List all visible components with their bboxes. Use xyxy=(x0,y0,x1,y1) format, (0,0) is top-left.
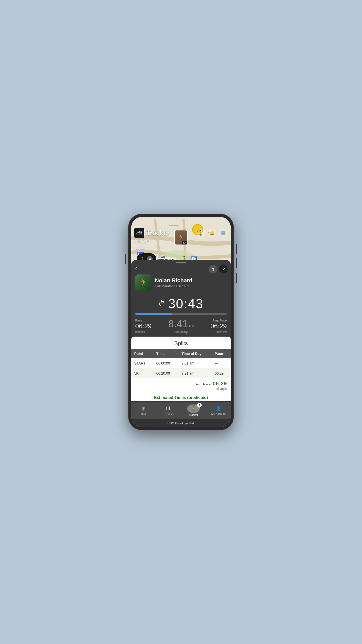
remaining-label: remaining xyxy=(164,330,198,334)
avg-pace-table-label: Avg. Pace xyxy=(196,382,211,386)
prev-arrow[interactable]: ‹ xyxy=(135,265,137,271)
svg-rect-16 xyxy=(168,408,168,410)
row-time-1: 00:20:09 xyxy=(153,368,179,378)
avg-pace-value: 06:29 xyxy=(198,322,227,330)
row-time-0: 00:00:00 xyxy=(153,358,179,368)
row-pace-0: --- xyxy=(212,358,231,368)
table-row: START 00:00:00 7:01 am --- xyxy=(131,358,231,368)
panel-navigation: ‹ › ⬆ ✕ xyxy=(131,265,231,273)
timer-row: ⏱ 30:43 xyxy=(131,294,231,313)
notification-icon[interactable]: 🔔 xyxy=(207,228,217,238)
runner-name: Nolan Richard xyxy=(155,277,192,284)
pace-stat: Pace 06:29 min/mile xyxy=(135,319,164,333)
avg-pace-row: Avg. Pace 06:29 xyxy=(131,378,231,387)
runner-info: 🏃 Nolan Richard Half Marathon Bib 1433 xyxy=(131,273,231,294)
app-header: NYRR RACING Tracker 🏃 KR 🚶 🔔 ⚙️ xyxy=(131,228,231,240)
col-pace: Pace xyxy=(212,349,231,358)
avg-pace-table-unit: min/mile xyxy=(131,387,231,390)
slide-panel: ‹ › ⬆ ✕ 🏃 Nolan Richard Half Marathon Bi… xyxy=(131,260,231,401)
tracker-label: Tracker xyxy=(189,413,198,416)
bottom-nav: ⊞ Info Leaders 🚶 xyxy=(131,401,231,419)
runner-details: Nolan Richard Half Marathon Bib 1433 xyxy=(155,277,192,288)
info-label: Info xyxy=(141,412,146,415)
avg-pace-unit: min/mile xyxy=(198,330,227,333)
col-time-of-day: Time of Day xyxy=(178,349,212,358)
row-tod-1: 7:21 am xyxy=(178,368,212,378)
pace-label: Pace xyxy=(135,319,164,322)
runner-bib: Half Marathon Bib 1433 xyxy=(155,284,192,288)
estimated-times-title: Estimated Times (predicted) xyxy=(131,390,231,401)
nav-info[interactable]: ⊞ Info xyxy=(131,401,156,419)
settings-icon[interactable]: ⚙️ xyxy=(218,228,228,238)
clock-icon: ⏱ xyxy=(159,300,166,308)
avg-pace-label: Avg. Pace xyxy=(198,319,227,322)
person-icon: 🚶 xyxy=(196,228,206,238)
splits-header: Point Time Time of Day Pace xyxy=(131,349,231,358)
tracker-icon: 🚶 4 xyxy=(187,405,200,413)
leaders-icon xyxy=(166,406,171,412)
progress-bar xyxy=(135,313,227,315)
avg-pace-stat: Avg. Pace 06:29 min/mile xyxy=(198,319,227,333)
col-time: Time xyxy=(153,349,179,358)
row-point-1: 5K xyxy=(131,368,153,378)
drag-handle[interactable] xyxy=(176,262,186,263)
splits-table: Point Time Time of Day Pace START 00:00:… xyxy=(131,349,231,378)
avg-pace-table-value: 06:29 xyxy=(213,380,227,387)
row-pace-1: 06:29 xyxy=(212,368,231,378)
runner-avatar-image: 🏃 xyxy=(135,274,151,291)
progress-fill xyxy=(135,313,172,315)
share-button[interactable]: ⬆ xyxy=(209,265,217,273)
distance-stat: 8.41 mi remaining xyxy=(164,318,198,334)
pace-unit: min/mile xyxy=(135,330,164,333)
svg-line-18 xyxy=(166,406,167,406)
status-bar xyxy=(131,217,231,228)
logo-text: NYRR RACING xyxy=(136,231,142,235)
account-label: My Account xyxy=(211,412,225,415)
nav-leaders[interactable]: Leaders xyxy=(156,401,181,419)
app-logo: NYRR RACING xyxy=(134,228,144,238)
event-name: RBC Brooklyn Half xyxy=(167,421,195,425)
row-point-0: START xyxy=(131,358,153,368)
col-point: Point xyxy=(131,349,153,358)
svg-line-19 xyxy=(167,406,168,407)
nav-tracker[interactable]: 🚶 4 Tracker xyxy=(181,401,206,419)
white-panel: Splits Point Time Time of Day Pace START xyxy=(131,337,231,401)
table-row: 5K 00:20:09 7:21 am 06:29 xyxy=(131,368,231,378)
tracker-nav-badge: 4 xyxy=(197,403,202,408)
stats-row: Pace 06:29 min/mile 8.41 mi remaining Av… xyxy=(131,317,231,337)
nav-my-account[interactable]: 👤 My Account xyxy=(206,401,231,419)
svg-rect-17 xyxy=(169,407,170,410)
splits-body: START 00:00:00 7:01 am --- 5K 00:20:09 7… xyxy=(131,358,231,378)
splits-title: Splits xyxy=(131,337,231,349)
account-icon: 👤 xyxy=(215,406,221,412)
pace-value: 06:29 xyxy=(135,322,164,330)
leaders-label: Leaders xyxy=(163,413,173,416)
runner-avatar: 🏃 xyxy=(135,274,151,291)
svg-rect-15 xyxy=(166,407,167,410)
info-icon: ⊞ xyxy=(142,406,146,412)
row-tod-0: 7:01 am xyxy=(178,358,212,368)
distance-unit: mi xyxy=(189,323,194,328)
close-button[interactable]: ✕ xyxy=(219,265,228,273)
timer-value: 30:43 xyxy=(168,296,203,311)
svg-line-20 xyxy=(168,406,169,407)
back-link[interactable]: < Home xyxy=(131,240,231,245)
distance-value: 8.41 xyxy=(168,318,188,329)
event-bar: RBC Brooklyn Half xyxy=(131,419,231,427)
